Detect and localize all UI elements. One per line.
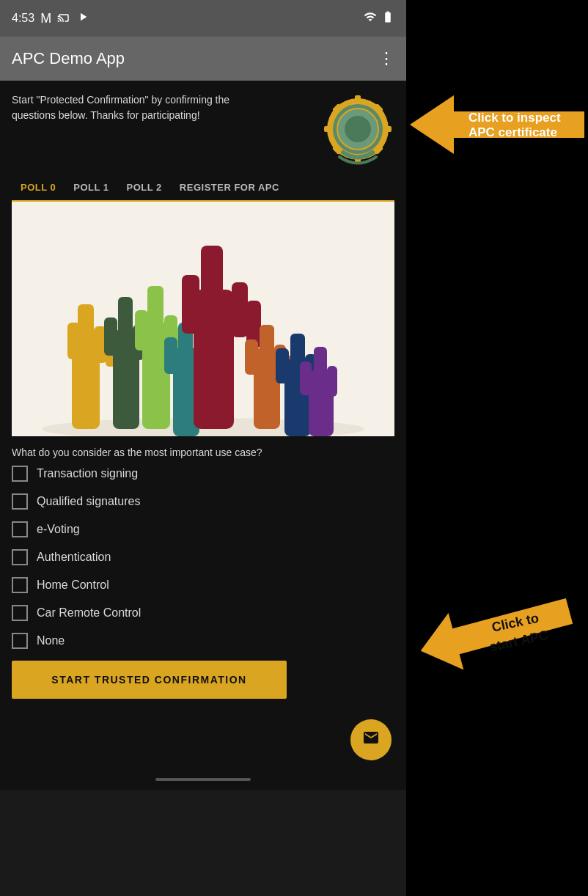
svg-rect-1 — [355, 95, 361, 104]
svg-marker-50 — [410, 95, 584, 154]
checkbox-qualified-signatures[interactable]: Qualified signatures — [12, 493, 394, 510]
poll-question: What do you consider as the most importa… — [12, 447, 394, 458]
svg-rect-44 — [276, 348, 289, 383]
tab-poll1[interactable]: POLL 1 — [65, 175, 117, 200]
svg-rect-33 — [201, 246, 223, 312]
checkbox-label-none: None — [37, 634, 65, 647]
apc-certificate-badge — [321, 92, 394, 166]
bottom-area — [0, 710, 406, 769]
svg-rect-39 — [245, 339, 258, 375]
svg-rect-16 — [67, 323, 81, 359]
svg-rect-24 — [147, 286, 163, 339]
home-indicator — [0, 769, 406, 790]
svg-rect-4 — [383, 126, 392, 132]
svg-rect-34 — [182, 275, 199, 334]
checkbox-authentication[interactable]: Authentication — [12, 549, 394, 565]
svg-rect-49 — [327, 366, 337, 397]
svg-rect-20 — [118, 297, 133, 345]
status-right — [364, 10, 394, 26]
battery-icon — [381, 10, 394, 26]
checkbox-box-authentication[interactable] — [12, 549, 28, 565]
svg-rect-3 — [324, 126, 333, 132]
intro-row: Start "Protected Confirmation" by confir… — [12, 92, 394, 166]
svg-rect-35 — [232, 282, 248, 337]
status-bar: 4:53 M — [0, 0, 406, 37]
apc-callout: Click to start APC — [421, 579, 575, 707]
checkbox-box-evoting[interactable] — [12, 521, 28, 537]
status-time: 4:53 — [12, 12, 34, 25]
intro-text: Start "Protected Confirmation" by confir… — [12, 92, 232, 123]
checkbox-label-qualified: Qualified signatures — [37, 495, 140, 508]
checkbox-none[interactable]: None — [12, 633, 394, 649]
content-area: Start "Protected Confirmation" by confir… — [0, 81, 406, 710]
checkbox-box-transaction[interactable] — [12, 466, 28, 482]
svg-rect-48 — [300, 361, 312, 395]
start-button-label: START TRUSTED CONFIRMATION — [51, 674, 246, 686]
svg-rect-47 — [314, 347, 327, 388]
checkbox-label-transaction: Transaction signing — [37, 467, 138, 480]
checkbox-car-remote[interactable]: Car Remote Control — [12, 605, 394, 621]
checkbox-box-qualified[interactable] — [12, 493, 28, 510]
checkbox-label-authentication: Authentication — [37, 551, 111, 564]
status-left: 4:53 M — [12, 10, 89, 26]
svg-text:APC certificate: APC certificate — [468, 125, 557, 139]
certificate-callout: Click to inspect APC certificate — [410, 81, 584, 172]
tab-poll2[interactable]: POLL 2 — [118, 175, 171, 200]
svg-rect-38 — [260, 325, 274, 367]
gmail-icon: M — [40, 11, 51, 26]
checkbox-evoting[interactable]: e-Voting — [12, 521, 394, 537]
checkbox-home-control[interactable]: Home Control — [12, 577, 394, 593]
apc-arrow: Click to start APC — [421, 579, 575, 704]
tab-register-apc[interactable]: REGISTER FOR APC — [171, 175, 288, 200]
checkbox-box-none[interactable] — [12, 633, 28, 649]
email-fab-button[interactable] — [350, 719, 392, 760]
certificate-arrow: Click to inspect APC certificate — [410, 81, 584, 169]
home-bar — [155, 778, 251, 781]
svg-text:Click to inspect: Click to inspect — [468, 111, 561, 125]
cast-icon — [57, 10, 70, 26]
wifi-icon — [364, 10, 377, 26]
start-trusted-confirmation-button[interactable]: START TRUSTED CONFIRMATION — [12, 661, 287, 699]
medal-container[interactable] — [321, 92, 394, 166]
app-title: APC Demo App — [12, 49, 125, 68]
svg-rect-30 — [164, 337, 177, 374]
email-icon — [362, 729, 380, 751]
tabs: POLL 0 POLL 1 POLL 2 REGISTER FOR APC — [12, 175, 394, 202]
tab-poll0[interactable]: POLL 0 — [12, 175, 65, 202]
checkbox-box-car[interactable] — [12, 605, 28, 621]
svg-point-11 — [345, 116, 371, 142]
checkbox-transaction-signing[interactable]: Transaction signing — [12, 466, 394, 482]
app-bar: APC Demo App ⋮ — [0, 37, 406, 81]
play-icon — [76, 10, 89, 26]
checkbox-label-home: Home Control — [37, 579, 109, 592]
menu-button[interactable]: ⋮ — [378, 49, 394, 68]
svg-rect-25 — [135, 310, 148, 350]
svg-rect-21 — [104, 317, 117, 356]
checkbox-box-home[interactable] — [12, 577, 28, 593]
checkbox-label-car: Car Remote Control — [37, 606, 141, 620]
poll-image — [12, 202, 394, 436]
phone-frame: 4:53 M APC Demo App ⋮ Start "Protected C… — [0, 0, 406, 896]
callout-area: Click to inspect APC certificate Click t… — [406, 0, 588, 896]
checkbox-label-evoting: e-Voting — [37, 523, 80, 536]
